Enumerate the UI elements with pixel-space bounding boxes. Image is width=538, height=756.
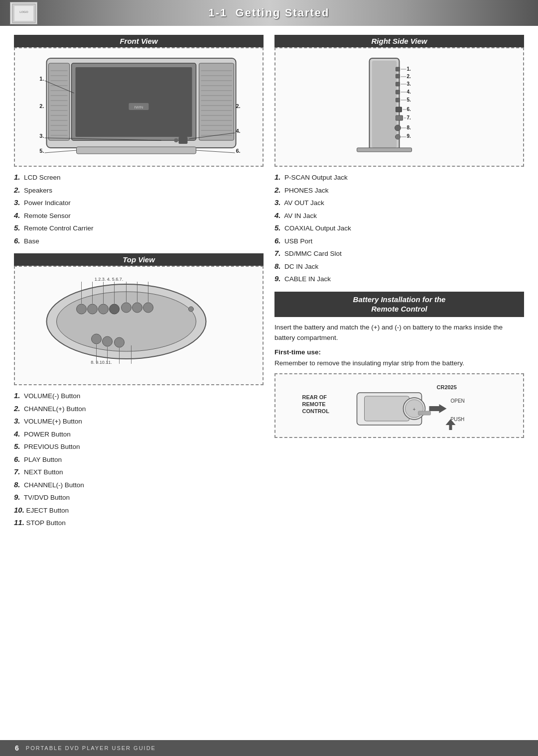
list-item: 6. PLAY Button	[14, 454, 264, 465]
list-item: 1. VOLUME(-) Button	[14, 390, 264, 402]
list-item: 1. P-SCAN Output Jack	[274, 172, 524, 183]
svg-text:1.: 1.	[39, 76, 44, 82]
svg-point-64	[103, 336, 113, 346]
list-item: 11. STOP Button	[14, 517, 264, 529]
front-view-diagram-box: IWIN 1. 2. 2. 3. 4.	[14, 47, 264, 167]
svg-rect-85	[396, 90, 400, 94]
svg-rect-86	[396, 98, 400, 102]
list-item: 3. Power Indicator	[14, 197, 264, 209]
list-item: 3. VOLUME(+) Button	[14, 416, 264, 427]
svg-rect-39	[179, 137, 188, 144]
svg-rect-21	[199, 63, 234, 140]
svg-point-58	[99, 304, 109, 314]
logo: LOGO	[10, 2, 37, 24]
list-item: 2. CHANNEL(+) Button	[14, 403, 264, 415]
svg-text:4.: 4.	[236, 128, 241, 134]
svg-point-65	[115, 337, 125, 347]
svg-text:2.: 2.	[236, 103, 241, 109]
svg-point-63	[92, 334, 102, 344]
page-number: 6	[15, 744, 19, 752]
svg-rect-1	[14, 6, 33, 21]
list-item: 8. DC IN Jack	[274, 261, 524, 272]
svg-text:5.: 5.	[39, 148, 44, 154]
list-item: 5. PREVIOUS Button	[14, 441, 264, 452]
svg-point-60	[122, 303, 132, 313]
svg-text:6.: 6.	[407, 107, 411, 112]
svg-text:1.: 1.	[407, 66, 411, 72]
list-item: 7. SD/MMC Card Slot	[274, 248, 524, 259]
svg-line-50	[45, 150, 77, 153]
svg-text:6.: 6.	[236, 148, 241, 154]
svg-rect-40	[77, 147, 196, 154]
svg-rect-88	[396, 115, 403, 120]
battery-description: Insert the battery and match the (+) and…	[274, 322, 524, 343]
svg-text:4.: 4.	[407, 89, 411, 95]
list-item: 4. Remote Sensor	[14, 210, 264, 221]
svg-text:3.: 3.	[407, 81, 411, 87]
battery-label-line2: Remote Control	[371, 305, 427, 313]
page-header: LOGO 1-1 Getting Started	[0, 0, 538, 26]
svg-point-56	[77, 304, 87, 314]
list-item: 7. NEXT Button	[14, 466, 264, 478]
svg-rect-80	[372, 61, 397, 148]
svg-text:2.: 2.	[407, 74, 411, 79]
list-item: 2. Speakers	[14, 185, 264, 196]
svg-text:REMOTE: REMOTE	[302, 401, 326, 407]
list-item: 9. CABLE IN Jack	[274, 273, 524, 285]
list-item: 1. LCD Screen	[14, 172, 264, 183]
list-item: 9. TV/DVD Button	[14, 492, 264, 503]
svg-text:7.: 7.	[407, 115, 411, 120]
svg-marker-117	[429, 404, 447, 413]
svg-point-59	[110, 304, 120, 314]
right-side-view-diagram: 1. 2. 3. 4. 5. 6. 7. 8.	[280, 53, 518, 158]
right-side-view-diagram-box: 1. 2. 3. 4. 5. 6. 7. 8.	[274, 47, 524, 167]
top-view-header: Top View	[14, 253, 264, 266]
svg-text:OPEN: OPEN	[451, 398, 465, 404]
right-side-view-header: Right Side View	[274, 35, 524, 47]
svg-text:9.: 9.	[407, 133, 411, 139]
list-item: 6. Base	[14, 235, 264, 247]
svg-rect-81	[357, 148, 412, 152]
chapter-number: 1-1	[209, 6, 228, 19]
svg-text:8.: 8.	[407, 125, 411, 130]
svg-text:1.2.3. 4. 5.6.7.: 1.2.3. 4. 5.6.7.	[95, 277, 124, 282]
svg-text:LOGO: LOGO	[19, 10, 28, 13]
right-side-view-label: Right Side View	[372, 37, 427, 45]
list-item: 8. CHANNEL(-) Button	[14, 479, 264, 491]
right-column: Right Side View	[274, 35, 524, 536]
list-item: 4. POWER Button	[14, 429, 264, 440]
svg-point-62	[143, 303, 153, 313]
list-item: 3. AV OUT Jack	[274, 197, 524, 209]
chapter-name: Getting Started	[236, 6, 330, 19]
list-item: 6. USB Port	[274, 235, 524, 247]
svg-point-89	[395, 125, 401, 131]
svg-point-57	[88, 304, 98, 314]
battery-header: Battery Installation for the Remote Cont…	[274, 292, 524, 317]
first-time-use-label: First-time use:	[274, 348, 524, 356]
svg-text:5.: 5.	[407, 97, 411, 103]
svg-text:CONTROL: CONTROL	[302, 408, 330, 414]
svg-point-66	[189, 307, 194, 312]
svg-rect-87	[396, 107, 402, 112]
list-item: 5. COAXIAL Output Jack	[274, 222, 524, 234]
svg-rect-83	[396, 74, 400, 78]
page-footer: 6 PORTABLE DVD PLAYER USER GUIDE	[0, 740, 538, 756]
svg-text:2.: 2.	[39, 103, 44, 109]
svg-line-52	[196, 150, 235, 153]
svg-point-61	[133, 303, 142, 313]
right-side-view-list: 1. P-SCAN Output Jack 2. PHONES Jack 3. …	[274, 172, 524, 285]
battery-label-line1: Battery Installation for the	[353, 295, 446, 304]
svg-text:PUSH: PUSH	[451, 417, 465, 422]
battery-type-label: CR2025	[437, 384, 457, 390]
battery-diagram: CR2025 REAR OF REMOTE CONTROL +	[274, 373, 524, 438]
front-view-diagram: IWIN 1. 2. 2. 3. 4.	[20, 53, 258, 158]
front-view-list: 1. LCD Screen 2. Speakers 3. Power Indic…	[14, 172, 264, 246]
svg-point-38	[174, 138, 178, 142]
svg-rect-121	[418, 411, 431, 415]
svg-text:REAR OF: REAR OF	[302, 394, 327, 400]
svg-rect-82	[396, 67, 400, 71]
svg-rect-113	[365, 396, 409, 421]
svg-point-90	[396, 134, 401, 139]
svg-rect-6	[49, 63, 70, 140]
first-time-use-text: Remember to remove the insulating mylar …	[274, 358, 524, 369]
